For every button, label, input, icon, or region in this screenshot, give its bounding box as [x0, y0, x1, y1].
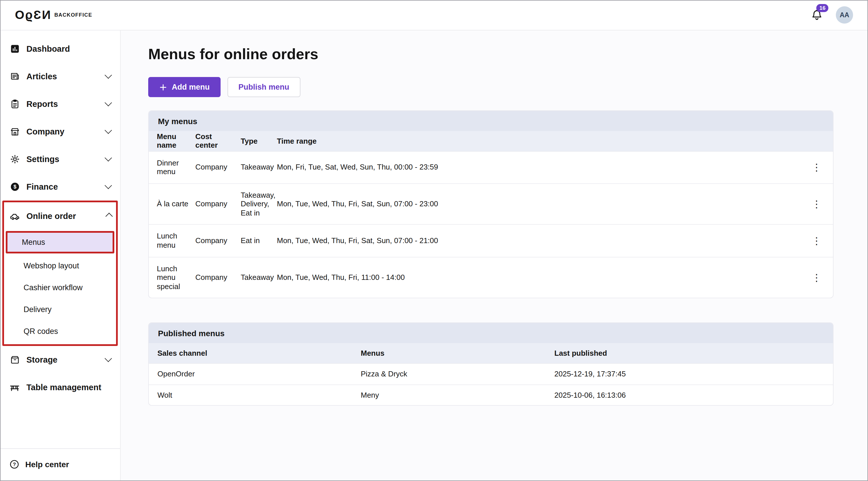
- sidebar-subitem-webshop-layout[interactable]: Webshop layout: [4, 254, 116, 276]
- notifications-button[interactable]: 16: [811, 9, 823, 21]
- sidebar-item-settings[interactable]: Settings: [0, 145, 120, 173]
- articles-icon: [9, 71, 20, 82]
- sidebar-item-label: Online order: [26, 211, 76, 221]
- sidebar-subitem-cashier-workflow[interactable]: Cashier workflow: [4, 276, 116, 298]
- sidebar-item-label: Articles: [26, 72, 57, 81]
- sales-channel-cell: Wolt: [149, 385, 361, 405]
- help-section: ? Help center: [0, 448, 120, 481]
- svg-text:$: $: [13, 184, 16, 190]
- topbar-right: 16 AA: [811, 6, 853, 24]
- menu-row: Dinner menu Company Takeaway Mon, Fri, T…: [149, 151, 833, 183]
- publish-menu-button[interactable]: Publish menu: [227, 77, 300, 97]
- company-icon: [9, 126, 20, 137]
- subitem-label: Menus: [22, 238, 45, 246]
- add-menu-button[interactable]: Add menu: [148, 77, 221, 97]
- my-menus-title: My menus: [149, 111, 833, 131]
- publish-menu-label: Publish menu: [239, 83, 289, 91]
- kebab-menu-icon[interactable]: ⋮: [808, 235, 825, 247]
- online-order-annotation-box: Online order Menus Webshop layout Cashie…: [2, 201, 118, 346]
- column-header-menu-name: Menu name: [149, 131, 195, 151]
- gear-icon: [9, 154, 20, 164]
- chevron-down-icon: [104, 126, 112, 133]
- time-range-cell: Mon, Tue, Wed, Thu, Fri, Sat, Sun, 07:00…: [277, 225, 808, 257]
- menus-cell: Meny: [361, 385, 554, 405]
- online-order-subnav: Menus Webshop layout Cashier workflow De…: [4, 231, 116, 342]
- menu-name-cell: Lunch menu: [149, 225, 195, 257]
- column-header-time-range: Time range: [277, 131, 808, 151]
- sidebar-item-label: Dashboard: [26, 44, 70, 54]
- column-header-last-published: Last published: [554, 343, 833, 363]
- table-icon: [9, 382, 20, 393]
- help-center-button[interactable]: ? Help center: [0, 456, 120, 473]
- published-menus-title: Published menus: [149, 323, 833, 343]
- sidebar-item-dashboard[interactable]: Dashboard: [0, 35, 120, 63]
- cost-center-cell: Company: [195, 257, 241, 298]
- sidebar-item-label: Settings: [26, 155, 59, 164]
- sidebar-item-online-order[interactable]: Online order: [4, 202, 116, 230]
- sidebar-item-table-management[interactable]: Table management: [0, 373, 120, 401]
- menu-row: Lunch menu Company Eat in Mon, Tue, Wed,…: [149, 225, 833, 257]
- sidebar-item-reports[interactable]: Reports: [0, 90, 120, 118]
- type-cell: Takeaway: [241, 151, 277, 183]
- last-published-cell: 2025-10-06, 16:13:06: [554, 385, 833, 405]
- type-cell: Takeaway: [241, 257, 277, 298]
- plus-icon: [159, 83, 167, 91]
- cost-center-cell: Company: [195, 151, 241, 183]
- chevron-down-icon: [104, 99, 112, 106]
- kebab-menu-icon[interactable]: ⋮: [808, 198, 825, 210]
- kebab-menu-icon[interactable]: ⋮: [808, 161, 825, 173]
- sidebar-subitem-menus[interactable]: Menus: [7, 233, 113, 252]
- sidebar-item-label: Storage: [26, 355, 57, 364]
- type-cell: Eat in: [241, 225, 277, 257]
- menu-name-cell: Dinner menu: [149, 151, 195, 183]
- sidebar-item-storage[interactable]: Storage: [0, 346, 120, 373]
- menu-row: À la carte Company Takeaway, Delivery, E…: [149, 183, 833, 225]
- cost-center-cell: Company: [195, 225, 241, 257]
- sidebar-item-label: Reports: [26, 99, 58, 109]
- menus-cell: Pizza & Dryck: [361, 363, 554, 385]
- sidebar-item-label: Table management: [26, 383, 101, 392]
- kebab-menu-icon[interactable]: ⋮: [808, 272, 825, 283]
- published-menus-card: Published menus Sales channel Menus Last…: [148, 323, 834, 406]
- finance-icon: $: [9, 182, 20, 192]
- time-range-cell: Mon, Fri, Tue, Sat, Wed, Sun, Thu, 00:00…: [277, 151, 808, 183]
- sidebar-item-finance[interactable]: $ Finance: [0, 173, 120, 201]
- chevron-down-icon: [104, 71, 112, 79]
- my-menus-card: My menus Menu name Cost center Type Time…: [148, 110, 834, 299]
- sidebar-item-label: Finance: [26, 182, 58, 191]
- published-row: OpenOrder Pizza & Dryck 2025-12-19, 17:3…: [149, 363, 833, 385]
- sidebar-item-label: Company: [26, 127, 64, 136]
- last-published-cell: 2025-12-19, 17:37:45: [554, 363, 833, 385]
- my-menus-header-row: Menu name Cost center Type Time range: [149, 131, 833, 151]
- add-menu-label: Add menu: [172, 83, 210, 91]
- avatar[interactable]: AA: [836, 6, 853, 24]
- notification-count-badge: 16: [816, 4, 828, 12]
- column-header-type: Type: [241, 131, 277, 151]
- backoffice-app: ΟϱƐИ BACKOFFICE 16 AA Dashb: [0, 0, 868, 481]
- sidebar-item-articles[interactable]: Articles: [0, 63, 120, 90]
- help-icon: ?: [9, 459, 20, 470]
- sidebar-item-company[interactable]: Company: [0, 118, 120, 145]
- chevron-down-icon: [104, 355, 112, 362]
- sidebar: Dashboard Articles Reports Company: [0, 30, 121, 481]
- chevron-up-icon: [105, 212, 113, 219]
- main-content: Menus for online orders Add menu Publish…: [121, 30, 868, 481]
- column-header-actions: [808, 131, 833, 151]
- sales-channel-cell: OpenOrder: [149, 363, 361, 385]
- sidebar-subitem-delivery[interactable]: Delivery: [4, 298, 116, 320]
- menu-name-cell: À la carte: [149, 183, 195, 225]
- my-menus-table: Menu name Cost center Type Time range Di…: [149, 131, 833, 298]
- menu-row: Lunch menu special Company Takeaway Mon,…: [149, 257, 833, 298]
- sidebar-subitem-qr-codes[interactable]: QR codes: [4, 320, 116, 342]
- time-range-cell: Mon, Tue, Wed, Thu, Fri, Sat, Sun, 07:00…: [277, 183, 808, 225]
- storage-box-icon: [9, 355, 20, 365]
- reports-icon: [9, 99, 20, 109]
- brand-logo: ΟϱƐИ: [15, 8, 52, 22]
- delivery-car-icon: [9, 211, 20, 221]
- menus-annotation-box: Menus: [6, 231, 114, 253]
- svg-text:?: ?: [13, 461, 16, 467]
- published-header-row: Sales channel Menus Last published: [149, 343, 833, 363]
- type-cell: Takeaway, Delivery, Eat in: [241, 183, 277, 225]
- page-actions: Add menu Publish menu: [148, 77, 868, 97]
- brand: ΟϱƐИ BACKOFFICE: [15, 8, 92, 22]
